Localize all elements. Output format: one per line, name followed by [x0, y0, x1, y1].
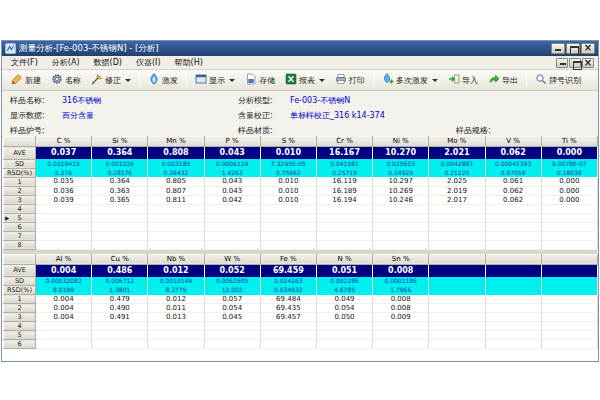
toolbar-button-11[interactable]: 牌号识别: [530, 71, 586, 89]
dropdown-arrow-icon[interactable]: [432, 79, 438, 82]
row-header[interactable]: 6: [4, 340, 36, 349]
row-header[interactable]: 7: [4, 231, 36, 240]
toolbar-button-10[interactable]: 导出: [483, 71, 523, 89]
dropdown-arrow-icon[interactable]: [229, 79, 235, 82]
menu-item-1[interactable]: 分析(A): [45, 56, 87, 69]
data-cell[interactable]: [204, 204, 260, 213]
data-cell[interactable]: 0.011: [148, 304, 204, 313]
row-header[interactable]: 2: [4, 304, 36, 313]
data-cell[interactable]: [429, 240, 485, 249]
data-cell[interactable]: 0.045: [204, 313, 260, 322]
dropdown-arrow-icon[interactable]: [319, 79, 325, 82]
data-cell[interactable]: 0.054: [204, 304, 260, 313]
data-cell[interactable]: 0.008: [373, 295, 429, 304]
row-header[interactable]: 5: [4, 331, 36, 340]
data-cell[interactable]: [485, 322, 541, 331]
data-cell[interactable]: 0.049: [316, 295, 372, 304]
data-cell[interactable]: [373, 222, 429, 231]
column-header[interactable]: [541, 254, 597, 264]
column-header[interactable]: Mo %: [429, 137, 485, 147]
data-cell[interactable]: 0.805: [148, 177, 204, 186]
data-cell[interactable]: [541, 340, 597, 349]
data-cell[interactable]: [485, 204, 541, 213]
data-cell[interactable]: [36, 222, 92, 231]
column-header[interactable]: Sn %: [373, 254, 429, 264]
data-cell[interactable]: [36, 331, 92, 340]
data-cell[interactable]: [541, 204, 597, 213]
stat-row-header[interactable]: SD: [4, 277, 36, 286]
mdi-close-button[interactable]: [582, 58, 594, 68]
data-cell[interactable]: 10.297: [373, 177, 429, 186]
data-cell[interactable]: 2.019: [429, 186, 485, 195]
data-cell[interactable]: [429, 322, 485, 331]
data-cell[interactable]: 0.042: [204, 195, 260, 204]
menu-item-3[interactable]: 仪器(I): [129, 56, 168, 69]
data-cell[interactable]: [485, 222, 541, 231]
data-cell[interactable]: [373, 322, 429, 331]
data-cell[interactable]: 0.010: [260, 186, 316, 195]
data-cell[interactable]: [373, 204, 429, 213]
column-header[interactable]: Nb %: [148, 254, 204, 264]
row-header[interactable]: 4: [4, 322, 36, 331]
data-cell[interactable]: [260, 231, 316, 240]
column-header[interactable]: Mn %: [148, 137, 204, 147]
data-cell[interactable]: 2.025: [429, 177, 485, 186]
toolbar-button-0[interactable]: 新建: [6, 71, 46, 89]
data-cell[interactable]: [92, 340, 148, 349]
data-cell[interactable]: [316, 322, 372, 331]
data-cell[interactable]: [373, 340, 429, 349]
data-cell[interactable]: 2.017: [429, 195, 485, 204]
data-cell[interactable]: [485, 213, 541, 222]
data-cell[interactable]: 0.012: [148, 295, 204, 304]
toolbar-button-4[interactable]: 显示: [190, 71, 240, 89]
toolbar-button-5[interactable]: 存储: [240, 71, 280, 89]
data-cell[interactable]: 0.000: [541, 186, 597, 195]
data-cell[interactable]: 0.491: [92, 313, 148, 322]
menu-item-4[interactable]: 帮助(H): [168, 56, 210, 69]
mdi-restore-button[interactable]: [569, 58, 581, 68]
data-cell[interactable]: 0.036: [36, 186, 92, 195]
data-cell[interactable]: 0.807: [148, 186, 204, 195]
data-cell[interactable]: [373, 331, 429, 340]
data-cell[interactable]: [429, 222, 485, 231]
data-cell[interactable]: [148, 204, 204, 213]
row-header[interactable]: 3: [4, 195, 36, 204]
data-cell[interactable]: [429, 304, 485, 313]
data-cell[interactable]: 0.010: [260, 195, 316, 204]
data-cell[interactable]: 0.050: [316, 313, 372, 322]
data-cell[interactable]: [485, 313, 541, 322]
data-cell[interactable]: [260, 222, 316, 231]
data-cell[interactable]: 0.008: [373, 304, 429, 313]
data-cell[interactable]: [541, 240, 597, 249]
data-cell[interactable]: 0.057: [204, 295, 260, 304]
data-cell[interactable]: [485, 331, 541, 340]
data-cell[interactable]: [485, 231, 541, 240]
data-cell[interactable]: [541, 304, 597, 313]
data-cell[interactable]: [92, 204, 148, 213]
data-cell[interactable]: [148, 213, 204, 222]
data-cell[interactable]: [204, 240, 260, 249]
data-cell[interactable]: [148, 240, 204, 249]
column-header[interactable]: V %: [485, 137, 541, 147]
data-cell[interactable]: 0.811: [148, 195, 204, 204]
data-cell[interactable]: [316, 204, 372, 213]
data-cell[interactable]: 69.484: [260, 295, 316, 304]
data-cell[interactable]: [429, 340, 485, 349]
data-cell[interactable]: [36, 322, 92, 331]
close-button[interactable]: [581, 43, 595, 54]
row-header[interactable]: 1: [4, 177, 36, 186]
data-cell[interactable]: [148, 340, 204, 349]
data-cell[interactable]: [429, 204, 485, 213]
data-cell[interactable]: [204, 331, 260, 340]
data-cell[interactable]: [373, 231, 429, 240]
stat-row-header[interactable]: RSD(%): [4, 286, 36, 295]
toolbar-button-6[interactable]: 报表: [280, 71, 330, 89]
column-header[interactable]: [485, 254, 541, 264]
data-cell[interactable]: [260, 331, 316, 340]
data-cell[interactable]: [429, 213, 485, 222]
data-cell[interactable]: [148, 231, 204, 240]
data-cell[interactable]: [92, 231, 148, 240]
data-cell[interactable]: 10.269: [373, 186, 429, 195]
data-cell[interactable]: 16.189: [316, 186, 372, 195]
row-header[interactable]: 4: [4, 204, 36, 213]
